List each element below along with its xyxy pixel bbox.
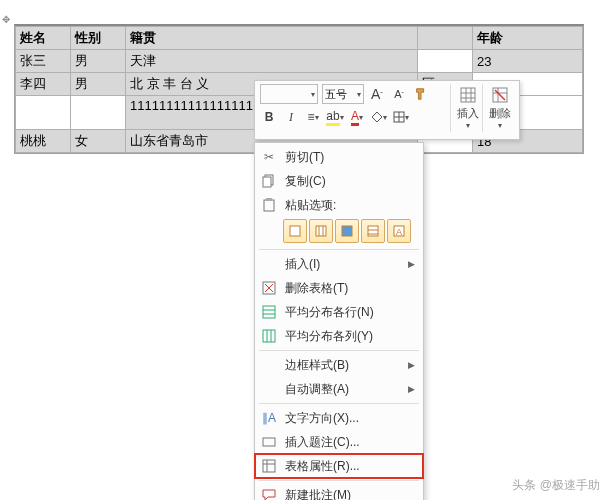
ctx-border-style[interactable]: 边框样式(B) ▶ <box>255 353 423 377</box>
insert-label: 插入 <box>457 106 479 121</box>
svg-rect-18 <box>342 226 352 236</box>
ctx-textdir-label: 文字方向(X)... <box>285 410 415 427</box>
cell[interactable]: 男 <box>71 73 126 96</box>
ctx-distcols-label: 平均分布各列(Y) <box>285 328 415 345</box>
svg-rect-25 <box>263 306 275 318</box>
ctx-delete-table[interactable]: 删除表格(T) <box>255 276 423 300</box>
svg-rect-32 <box>263 460 275 472</box>
cell[interactable] <box>16 96 71 130</box>
header-gender: 性别 <box>71 27 126 50</box>
ctx-paste-label: 粘贴选项: <box>285 197 415 214</box>
copy-icon <box>261 173 277 189</box>
italic-button[interactable]: I <box>282 108 300 126</box>
highlight-button[interactable]: ab▾ <box>326 108 344 126</box>
paste-option-2[interactable] <box>309 219 333 243</box>
header-blank <box>418 27 473 50</box>
ctx-distrows-label: 平均分布各行(N) <box>285 304 415 321</box>
ctx-distribute-cols[interactable]: 平均分布各列(Y) <box>255 324 423 348</box>
distribute-rows-icon <box>261 304 277 320</box>
text-direction-icon: ∥A <box>261 410 277 426</box>
chevron-right-icon: ▶ <box>408 384 415 394</box>
table-header-row: 姓名 性别 籍贯 年龄 <box>16 27 583 50</box>
cell[interactable]: 李四 <box>16 73 71 96</box>
separator <box>259 350 419 351</box>
chevron-right-icon: ▶ <box>408 259 415 269</box>
cell[interactable] <box>418 50 473 73</box>
ctx-insert[interactable]: 插入(I) ▶ <box>255 252 423 276</box>
mini-toolbar: ▾ 五号▾ Aˆ Aˇ B I ≡▾ ab▾ A▾ ▾ ▾ 插入 ▾ 删除 ▾ <box>254 80 520 140</box>
paste-options-row: A <box>255 217 423 247</box>
delete-table-icon <box>261 280 277 296</box>
paste-option-1[interactable] <box>283 219 307 243</box>
paste-option-5[interactable]: A <box>387 219 411 243</box>
ctx-copy-label: 复制(C) <box>285 173 415 190</box>
font-size-select[interactable]: 五号▾ <box>322 84 364 104</box>
caption-icon <box>261 434 277 450</box>
cell[interactable]: 男 <box>71 50 126 73</box>
ctx-caption-label: 插入题注(C)... <box>285 434 415 451</box>
blank-icon <box>261 256 277 272</box>
blank-icon <box>261 381 277 397</box>
cell[interactable] <box>71 96 126 130</box>
chevron-right-icon: ▶ <box>408 360 415 370</box>
svg-rect-28 <box>263 330 275 342</box>
font-size-value: 五号 <box>325 87 347 102</box>
blank-icon <box>261 357 277 373</box>
cell[interactable]: 张三 <box>16 50 71 73</box>
header-origin: 籍贯 <box>126 27 418 50</box>
delete-button[interactable]: 删除 ▾ <box>482 84 516 132</box>
ctx-insert-label: 插入(I) <box>285 256 400 273</box>
align-button[interactable]: ≡▾ <box>304 108 322 126</box>
ctx-props-label: 表格属性(R)... <box>285 458 415 475</box>
ctx-text-direction[interactable]: ∥A 文字方向(X)... <box>255 406 423 430</box>
ctx-autofit[interactable]: 自动调整(A) ▶ <box>255 377 423 401</box>
header-name: 姓名 <box>16 27 71 50</box>
format-painter-button[interactable] <box>412 85 430 103</box>
properties-icon <box>261 458 277 474</box>
paste-icon <box>261 197 277 213</box>
delete-label: 删除 <box>489 106 511 121</box>
svg-rect-17 <box>316 226 326 236</box>
insert-button[interactable]: 插入 ▾ <box>450 84 484 132</box>
separator <box>259 480 419 481</box>
cell[interactable]: 女 <box>71 130 126 153</box>
header-age: 年龄 <box>473 27 583 50</box>
paste-option-4[interactable] <box>361 219 385 243</box>
separator <box>259 249 419 250</box>
font-color-button[interactable]: A▾ <box>348 108 366 126</box>
font-family-select[interactable]: ▾ <box>260 84 318 104</box>
ctx-distribute-rows[interactable]: 平均分布各行(N) <box>255 300 423 324</box>
svg-rect-31 <box>263 438 275 446</box>
table-move-handle[interactable]: ✥ <box>2 14 10 25</box>
svg-rect-16 <box>290 226 300 236</box>
cell[interactable]: 23 <box>473 50 583 73</box>
table-row[interactable]: 张三 男 天津 23 <box>16 50 583 73</box>
scissors-icon: ✂ <box>261 149 277 165</box>
ctx-copy[interactable]: 复制(C) <box>255 169 423 193</box>
ctx-insert-caption[interactable]: 插入题注(C)... <box>255 430 423 454</box>
ctx-border-label: 边框样式(B) <box>285 357 400 374</box>
svg-text:A: A <box>396 227 402 237</box>
cell[interactable]: 桃桃 <box>16 130 71 153</box>
distribute-cols-icon <box>261 328 277 344</box>
comment-icon <box>261 487 277 500</box>
ctx-new-comment[interactable]: 新建批注(M) <box>255 483 423 500</box>
ctx-cut-label: 剪切(T) <box>285 149 415 166</box>
context-menu: ✂ 剪切(T) 复制(C) 粘贴选项: A 插入(I) ▶ 删除表格(T) 平均… <box>254 142 424 500</box>
ctx-table-properties[interactable]: 表格属性(R)... <box>255 454 423 478</box>
grow-font-button[interactable]: Aˆ <box>368 85 386 103</box>
paste-option-3[interactable] <box>335 219 359 243</box>
svg-rect-13 <box>263 177 271 187</box>
ctx-cut[interactable]: ✂ 剪切(T) <box>255 145 423 169</box>
borders-button[interactable]: ▾ <box>392 108 410 126</box>
shrink-font-button[interactable]: Aˇ <box>390 85 408 103</box>
svg-line-11 <box>495 90 505 100</box>
bold-button[interactable]: B <box>260 108 278 126</box>
ctx-delete-label: 删除表格(T) <box>285 280 415 297</box>
cell[interactable]: 天津 <box>126 50 418 73</box>
watermark: 头条 @极速手助 <box>512 477 600 494</box>
shading-button[interactable]: ▾ <box>370 108 388 126</box>
svg-rect-14 <box>264 200 274 211</box>
ctx-paste-header: 粘贴选项: <box>255 193 423 217</box>
separator <box>259 403 419 404</box>
